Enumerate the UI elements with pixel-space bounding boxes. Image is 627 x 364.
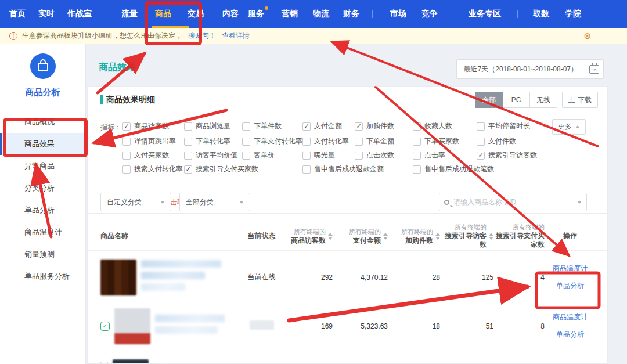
calendar-icon[interactable]: 15 [589, 65, 599, 74]
product-cell[interactable] [100, 260, 234, 295]
checkbox[interactable] [477, 122, 485, 131]
metric-search-pay-conversion[interactable]: 搜索支付转化率 [122, 164, 183, 174]
metric-refund-count[interactable]: 售中售后成功退款笔数 [413, 164, 494, 174]
checkbox[interactable] [122, 165, 131, 174]
metric-order-items[interactable]: 下单件数 [242, 121, 282, 131]
sort-icon[interactable] [489, 233, 493, 240]
sort-icon[interactable] [435, 233, 440, 240]
checkbox[interactable] [302, 152, 311, 160]
nav-item-finance[interactable]: 财务 [343, 9, 359, 19]
product-cell[interactable]: …商用电暖气5000W… [100, 357, 234, 364]
checkbox[interactable] [122, 152, 131, 160]
nav-item-warroom[interactable]: 作战室 [67, 9, 92, 19]
checkbox[interactable] [122, 138, 131, 146]
checkbox[interactable] [242, 138, 250, 146]
nav-item-trade[interactable]: 交易 [188, 9, 204, 19]
metric-order-amount[interactable]: 下单金额 [355, 136, 394, 146]
checkbox[interactable] [184, 122, 192, 131]
sidebar-item-abnormal-product[interactable]: 异常商品 [0, 155, 85, 177]
product-thermometer-link[interactable]: 商品温度计 [553, 264, 588, 273]
nav-item-business-zone[interactable]: 业务专区 [469, 9, 501, 19]
notice-detail-link[interactable]: 查看详情 [222, 31, 250, 41]
checkbox[interactable]: ✓ [355, 122, 363, 131]
sort-icon[interactable] [328, 233, 333, 240]
metric-detail-bounce-rate[interactable]: 详情页跳出率 [122, 136, 176, 146]
sidebar-item-product-effect[interactable]: 商品效果 [0, 133, 85, 155]
metric-search-guided-pay-buyers[interactable]: ✓搜索引导支付买家数 [184, 164, 258, 174]
metric-avg-stay-time[interactable]: 平均停留时长 [477, 121, 530, 131]
metric-product-visitors[interactable]: ✓商品访客数 [122, 121, 169, 131]
tab-all[interactable]: 全部 [475, 92, 503, 108]
metric-product-views[interactable]: 商品浏览量 [184, 121, 230, 131]
nav-item-home[interactable]: 首页 [9, 9, 26, 19]
checkbox[interactable]: ✓ [477, 152, 485, 160]
checkbox[interactable] [413, 138, 421, 146]
checkbox[interactable]: ✓ [184, 165, 192, 174]
more-button[interactable]: 更多 [552, 119, 586, 135]
metric-cart-items[interactable]: ✓加购件数 [355, 121, 394, 131]
metric-search-guided-visitors[interactable]: ✓搜索引导访客数 [477, 150, 537, 160]
product-name-link[interactable]: …商用电暖气5000W… [153, 362, 224, 364]
checkbox[interactable] [413, 122, 421, 131]
nav-item-competition[interactable]: 竞争 [421, 9, 438, 19]
checkbox[interactable] [477, 138, 485, 146]
nav-item-market[interactable]: 市场 [390, 9, 406, 19]
single-product-analysis-link[interactable]: 单品分析 [556, 330, 584, 340]
checkbox[interactable] [242, 122, 250, 131]
metric-pay-conversion[interactable]: 支付转化率 [302, 136, 349, 146]
single-product-analysis-link[interactable]: 单品分析 [556, 281, 584, 291]
nav-item-product[interactable]: 商品 [155, 9, 171, 19]
sidebar-item-product-overview[interactable]: 商品概况 [0, 111, 85, 133]
nav-item-data-fetch[interactable]: 取数 [533, 9, 549, 19]
product-thermometer-link[interactable]: 商品温度计 [553, 312, 588, 322]
metric-payment-amount[interactable]: ✓支付金额 [302, 121, 342, 131]
metric-refund-amount[interactable]: 售中售后成功退款金额 [302, 164, 384, 174]
metric-pay-buyers[interactable]: 支付买家数 [122, 150, 169, 160]
notice-action-link[interactable]: 聊两句！ [188, 31, 216, 41]
column-visitors[interactable]: 所有终端的商品访客数 [289, 228, 333, 245]
sidebar-item-category-analysis[interactable]: 分类分析 [0, 177, 85, 199]
sidebar-item-single-product-analysis[interactable]: 单品分析 [0, 199, 85, 221]
checkbox[interactable]: ✓ [302, 122, 311, 131]
metric-pay-items[interactable]: 支付件数 [477, 136, 516, 146]
column-search-visitors[interactable]: 所有终端的搜索引导访客数 [440, 223, 493, 249]
metric-visitor-avg-value[interactable]: 访客平均价值 [184, 150, 237, 160]
column-product-name[interactable]: 商品名称 [100, 231, 234, 241]
checkbox[interactable] [413, 165, 421, 174]
metric-order-pay-conversion[interactable]: 下单支付转化率 [242, 136, 302, 146]
sort-icon[interactable] [383, 233, 388, 240]
checkbox[interactable] [355, 152, 363, 160]
column-current-state[interactable]: 当前状态 [234, 231, 289, 241]
product-cell[interactable]: ✓ [100, 308, 234, 344]
all-category-select[interactable]: 全部分类 [179, 193, 250, 211]
checkbox[interactable] [242, 152, 250, 160]
column-payment[interactable]: 所有终端的支付金额 [333, 228, 388, 245]
metric-favorites[interactable]: 收藏人数 [413, 121, 452, 131]
metric-avg-order-value[interactable]: 客单价 [242, 150, 275, 160]
nav-item-academy[interactable]: 学院 [565, 9, 581, 19]
nav-item-marketing[interactable]: 营销 [282, 9, 298, 19]
nav-item-logistics[interactable]: 物流 [313, 9, 329, 19]
checkbox[interactable]: ✓ [122, 122, 131, 131]
download-button[interactable]: 下载 [562, 92, 598, 108]
checkbox[interactable] [413, 152, 421, 160]
nav-item-content[interactable]: 内容 [222, 9, 239, 19]
sidebar-item-sales-forecast[interactable]: 销量预测 [0, 243, 85, 265]
sidebar-item-single-product-service[interactable]: 单品服务分析 [0, 265, 85, 287]
nav-item-service[interactable]: 服务 [248, 9, 264, 19]
checkbox[interactable] [184, 138, 192, 146]
column-cart-items[interactable]: 所有终端的加购件数 [388, 228, 440, 245]
column-search-pay-buyers[interactable]: 所有终端的搜索引导支付买家数 [493, 223, 545, 249]
checkbox[interactable] [302, 165, 311, 174]
metric-order-conversion[interactable]: 下单转化率 [184, 136, 230, 146]
tab-wireless[interactable]: 无线 [530, 92, 557, 108]
checkbox[interactable] [184, 152, 192, 160]
date-range-picker[interactable]: 最近7天（2018-08-01~2018-08-07） 15 [456, 59, 604, 79]
metric-click-rate[interactable]: 点击率 [413, 150, 445, 160]
search-input[interactable] [453, 198, 577, 206]
checkbox[interactable] [302, 138, 311, 146]
custom-category-select[interactable]: 自定义分类 [100, 193, 171, 211]
tab-pc[interactable]: PC [503, 92, 530, 108]
row-checkbox[interactable] [100, 362, 108, 364]
metric-clicks[interactable]: 点击次数 [355, 150, 394, 160]
